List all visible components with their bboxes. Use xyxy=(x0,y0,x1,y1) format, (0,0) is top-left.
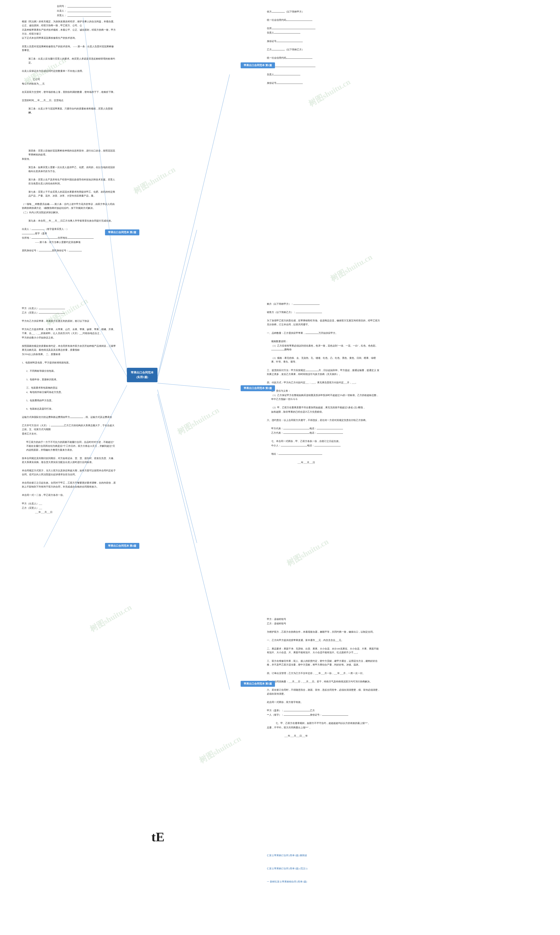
left-branch4-content: 甲方（出卖人） 乙方（买受人） 甲方向乙方供应苹果，本着双方互惠互利的原则，签订… xyxy=(22,307,116,515)
bottom-link-3[interactable]: 一 新鲜红富士苹果购销合同 (简单1篇) xyxy=(267,880,307,883)
contract-no-field: 合同号： xyxy=(57,4,111,9)
svg-line-3 xyxy=(157,390,197,543)
watermark-2: 树图shuitu.cn xyxy=(132,164,177,197)
watermark-8: 树图shuitu.cn xyxy=(88,602,134,635)
watermark-9: 树图shuitu.cn xyxy=(197,733,243,766)
svg-line-4 xyxy=(157,394,230,690)
central-node: 苹果出口合同范本(实用5篇) xyxy=(127,368,157,382)
watermark-4: 树图shuitu.cn xyxy=(175,405,221,438)
branch1-label: 苹果出口合同范本 第1篇 xyxy=(241,62,275,68)
branch4-label: 苹果出口合同范本 第4篇 xyxy=(105,543,139,549)
branch2-label: 苹果出口合同范本 第2篇 xyxy=(105,230,139,235)
left-contract-content: 根据《民法典》的有关规定，为加快发展农村经济，保护当事人的合法利益，本着自愿、公… xyxy=(22,20,116,115)
te-text: tE xyxy=(151,830,165,845)
branch3-label: 苹果出口合同范本 第3篇 xyxy=(241,385,275,391)
svg-line-2 xyxy=(157,383,230,390)
seller-field: 出卖人： xyxy=(57,9,111,13)
svg-line-1 xyxy=(157,230,197,379)
watermark-7: 树图shuitu.cn xyxy=(285,536,331,569)
svg-line-0 xyxy=(157,74,230,376)
buyer-field: 买受人： xyxy=(57,13,111,18)
bottom-link-1[interactable]: 仁富士苹果购订合同 (简单1篇) 摘阅读 xyxy=(267,854,307,857)
watermark-6: 树图shuitu.cn xyxy=(329,252,374,284)
branch1-content: 依方（以下简称甲方） 统一社会信用代码 住所 负责人 身份证号 乙方（以下简称乙… xyxy=(267,10,368,85)
mindmap-root: 合同号： 出卖人： 买受人： 根据《民法典》的有关规定，为加快发展农村经济，保护… xyxy=(0,0,560,935)
branch5-content: 甲方：县镇村组号 乙方：县镇村组号 为维护双方，乙双方在协商合作，本着现签自愿，… xyxy=(267,617,381,738)
branch3-content: 购方（以下简称甲方）： 销售方（以下简称乙方）： 为了加强甲乙双方的责任感，应苹… xyxy=(267,302,381,465)
branch5-label: 苹果出口合同范本 第5篇 xyxy=(241,681,275,687)
bottom-link-2[interactable]: 仁富士苹果购订合同 (简单1篇) (范文1) xyxy=(267,867,307,870)
left-contract-content-2: 第四条：买受人应做好花冠果树各种情的信息和宣传，进行出口农业，按照花冠花苹果树枝… xyxy=(22,149,116,253)
top-contract-header: 合同号： 出卖人： 买受人： xyxy=(57,4,127,18)
